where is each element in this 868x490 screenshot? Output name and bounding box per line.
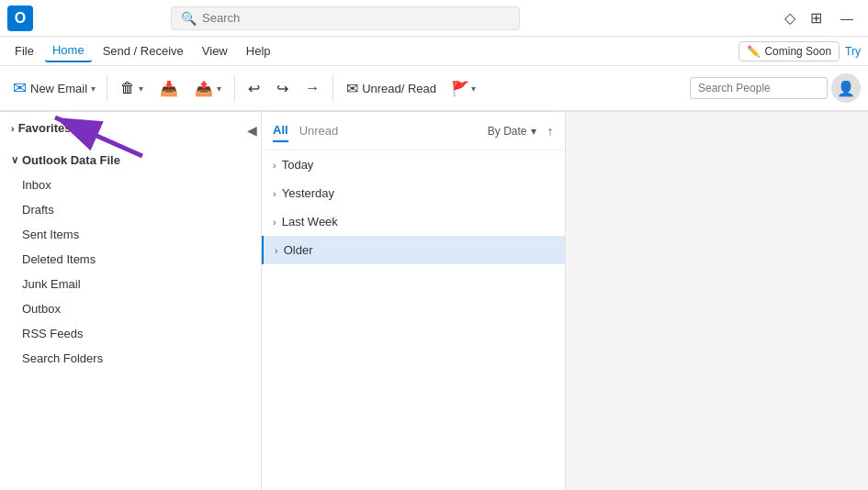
menu-view[interactable]: View	[195, 40, 235, 61]
email-group-older[interactable]: › Older	[262, 236, 565, 264]
sidebar-item-drafts[interactable]: Drafts	[0, 197, 261, 222]
ribbon-toolbar: ✉ New Email ▾ 🗑 ▾ 📥 📤 ▾ ↩ ↪ → ✉ Unread/ …	[0, 66, 868, 112]
sidebar-item-rss[interactable]: RSS Feeds	[0, 321, 261, 346]
today-chevron: ›	[273, 160, 276, 171]
delete-dropdown-arrow[interactable]: ▾	[139, 84, 143, 94]
try-button[interactable]: Try	[845, 45, 861, 58]
email-group-today[interactable]: › Today	[262, 150, 565, 179]
title-bar: O 🔍 ◇ ⊞ —	[0, 0, 868, 37]
sidebar: ◀ › Favorites ∨ Outlook Data File Inbox …	[0, 112, 262, 490]
sidebar-item-deleted[interactable]: Deleted Items	[0, 247, 261, 272]
flag-dropdown-arrow[interactable]: ▾	[471, 84, 476, 94]
favorites-header[interactable]: › Favorites	[0, 116, 261, 140]
delete-button[interactable]: 🗑 ▾	[113, 76, 151, 100]
data-file-chevron: ∨	[11, 154, 18, 166]
favorites-section: › Favorites	[0, 112, 261, 144]
unread-read-button[interactable]: ✉ Unread/ Read	[339, 76, 444, 101]
sort-dropdown-arrow[interactable]: ▾	[531, 125, 536, 138]
flag-icon: 🚩	[451, 80, 469, 97]
person-icon: 👤	[837, 80, 855, 97]
sort-order-button[interactable]: ↑	[547, 124, 554, 139]
email-list: All Unread By Date ▾ ↑ › Today › Yesterd…	[262, 112, 566, 490]
forward-icon: →	[305, 80, 320, 96]
sidebar-item-search-folders[interactable]: Search Folders	[0, 346, 261, 371]
move-dropdown-arrow[interactable]: ▾	[217, 84, 221, 94]
new-email-icon: ✉	[13, 78, 27, 98]
app-logo: O	[7, 6, 33, 31]
sidebar-item-outbox[interactable]: Outbox	[0, 296, 261, 321]
main-layout: ◀ › Favorites ∨ Outlook Data File Inbox …	[0, 112, 868, 490]
new-email-button[interactable]: ✉ New Email ▾	[7, 74, 101, 102]
separator-2	[234, 74, 235, 102]
menu-home[interactable]: Home	[45, 39, 92, 62]
avatar-button[interactable]: 👤	[831, 73, 861, 103]
undo-button[interactable]: ↩	[241, 76, 267, 101]
separator-3	[333, 74, 333, 102]
last-week-chevron: ›	[273, 217, 276, 228]
move-button[interactable]: 📤 ▾	[187, 76, 229, 101]
envelope-icon: ✉	[346, 80, 358, 97]
sidebar-item-inbox[interactable]: Inbox	[0, 173, 261, 197]
new-email-dropdown-arrow[interactable]: ▾	[91, 84, 96, 94]
tab-unread[interactable]: Unread	[299, 120, 339, 141]
wand-icon: ✏️	[747, 45, 761, 58]
menu-bar-right: ✏️ Coming Soon Try	[738, 41, 861, 61]
search-input[interactable]	[202, 11, 510, 25]
delete-icon: 🗑	[120, 80, 135, 96]
separator-1	[107, 74, 107, 102]
search-icon: 🔍	[181, 11, 197, 26]
qr-icon[interactable]: ⊞	[806, 6, 826, 30]
sidebar-item-sent[interactable]: Sent Items	[0, 222, 261, 247]
outlook-data-file-section: ∨ Outlook Data File Inbox Drafts Sent It…	[0, 144, 261, 374]
tab-all[interactable]: All	[273, 119, 288, 142]
yesterday-chevron: ›	[273, 188, 276, 199]
redo-icon: ↪	[276, 80, 288, 97]
title-bar-controls: ◇ ⊞ —	[781, 6, 861, 30]
outlook-data-file-header[interactable]: ∨ Outlook Data File	[0, 148, 261, 173]
favorites-chevron: ›	[11, 123, 15, 134]
search-people-input[interactable]	[690, 77, 828, 99]
sidebar-item-junk[interactable]: Junk Email	[0, 272, 261, 296]
diamond-icon[interactable]: ◇	[781, 6, 799, 30]
coming-soon-button[interactable]: ✏️ Coming Soon	[738, 41, 840, 61]
undo-icon: ↩	[248, 80, 260, 97]
forward-button[interactable]: →	[298, 76, 327, 100]
redo-button[interactable]: ↪	[269, 76, 296, 101]
sidebar-collapse-button[interactable]: ◀	[243, 119, 261, 141]
menu-file[interactable]: File	[7, 40, 41, 61]
sort-button[interactable]: By Date ▾	[488, 125, 536, 138]
ribbon-right: 👤	[690, 73, 861, 103]
menu-bar: File Home Send / Receive View Help ✏️ Co…	[0, 37, 868, 66]
minimize-button[interactable]: —	[833, 7, 861, 29]
title-search-box[interactable]: 🔍	[171, 6, 520, 30]
flag-button[interactable]: 🚩 ▾	[445, 76, 481, 101]
archive-icon: 📥	[160, 80, 178, 97]
menu-help[interactable]: Help	[239, 40, 278, 61]
menu-send-receive[interactable]: Send / Receive	[96, 40, 191, 61]
email-group-last-week[interactable]: › Last Week	[262, 207, 565, 236]
older-chevron: ›	[275, 245, 278, 256]
email-list-toolbar: All Unread By Date ▾ ↑	[262, 112, 565, 150]
right-panel	[566, 112, 869, 490]
move-icon: 📤	[195, 80, 213, 97]
archive-button[interactable]: 📥	[152, 76, 186, 101]
email-group-yesterday[interactable]: › Yesterday	[262, 179, 565, 207]
